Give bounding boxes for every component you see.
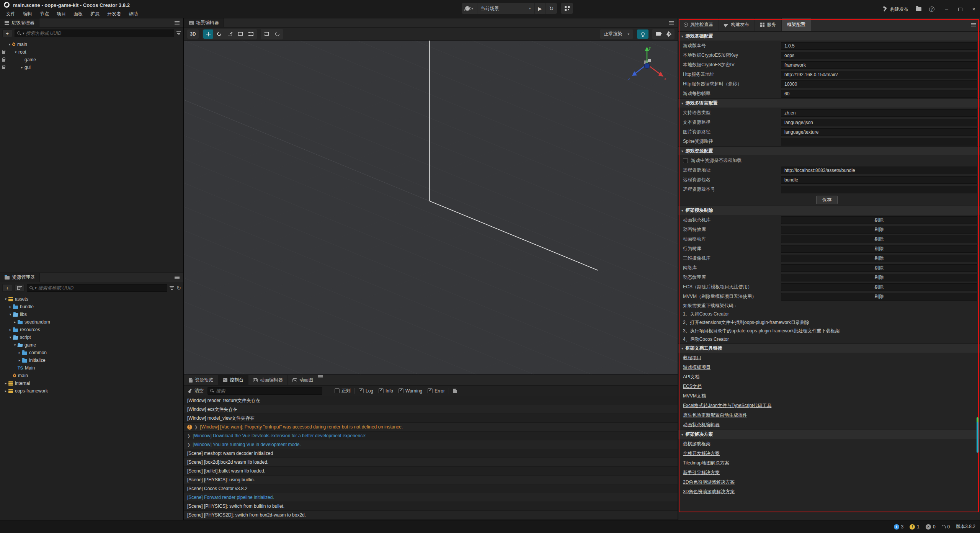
checkbox-log[interactable] [359,388,364,393]
save-button[interactable]: 保存 [816,196,838,204]
asset-node-script[interactable]: ▾script [0,334,183,341]
doc-link[interactable]: 新手引导解决方案 [683,469,720,476]
error-counter[interactable]: × 0 [926,524,936,530]
doc-link[interactable]: API文档 [683,374,699,380]
log-row[interactable]: [Scene] [PHYSICS]: using builtin. [184,476,678,484]
panel-menu-icon[interactable] [971,23,976,26]
render-mode-dropdown[interactable]: 正常渲染 ▾ [600,29,633,39]
hierarchy-node-main[interactable]: ▾main [0,41,183,48]
inspector-tab-属性检查器[interactable]: 属性检查器 [678,18,719,31]
remove-module-button[interactable]: 剔除 [781,226,977,234]
field-input[interactable]: 1.0.5 [781,42,977,50]
section-header-框架文档工具链接[interactable]: ▾框架文档工具链接 [678,343,980,353]
notification-counter[interactable]: 0 [942,524,950,530]
log-row[interactable]: ❯[Window] You are running Vue in develop… [184,440,678,449]
assets-search[interactable]: ▾ [27,284,167,292]
field-input[interactable]: http://192.168.0.150/main/ [781,71,977,78]
tree-arrow-icon[interactable]: ▸ [17,351,22,355]
field-input[interactable]: 60 [781,90,977,98]
menu-开发者[interactable]: 开发者 [103,10,125,18]
doc-link[interactable]: 2D角色扮演游戏解决方案 [683,479,735,486]
scene-viewport[interactable]: x z y [184,41,678,374]
tree-arrow-icon[interactable]: ▾ [12,343,18,347]
log-row[interactable]: [Scene] [bullet]:bullet wasm lib loaded. [184,467,678,476]
section-header-游戏资源配置[interactable]: ▾游戏资源配置 [678,146,980,156]
open-project-folder-icon[interactable] [916,7,921,11]
doc-link[interactable]: 教程项目 [683,355,701,361]
field-input[interactable]: 10000 [781,80,977,88]
coordinate-toggle-button[interactable] [272,29,282,39]
asset-node-seedrandom[interactable]: ▸seedrandom [0,318,183,326]
console-tab-资源预览[interactable]: 资源预览 [184,375,218,385]
doc-link[interactable]: 战棋游戏框架 [683,441,710,447]
toggle-3d-button[interactable]: 3D [187,29,199,39]
hierarchy-node-root[interactable]: ▾root [0,48,183,56]
sort-assets-button[interactable] [15,284,24,292]
log-row[interactable]: [Scene] [PHYSICS]: switch from builtin t… [184,502,678,511]
collapse-caret-icon[interactable]: ▾ [681,347,683,350]
inspector-tab-构建发布[interactable]: 构建发布 [719,18,755,31]
doc-link[interactable]: ECS文档 [683,383,702,390]
remove-module-button[interactable]: 剔除 [781,255,977,262]
remove-module-button[interactable]: 剔除 [781,274,977,281]
view-gizmo[interactable]: x z y [624,44,670,86]
help-icon[interactable]: ? [929,7,934,12]
remove-module-button[interactable]: 剔除 [781,245,977,253]
asset-node-libs[interactable]: ▾libs [0,311,183,318]
field-input[interactable]: framework [781,61,977,69]
log-row[interactable]: [Scene] [PHYSICS2D]: switch from box2d-w… [184,511,678,520]
preview-target-button[interactable]: ▾ [462,3,477,14]
asset-node-bundle[interactable]: ▸bundle [0,303,183,311]
scene-select-dropdown[interactable]: 当前场景 ▾ [477,3,535,14]
pivot-toggle-button[interactable] [261,29,271,39]
scrollbar-thumb[interactable] [977,417,978,453]
info-counter[interactable]: i 3 [894,524,904,530]
log-row[interactable]: [Window] render_texture文件夹存在 [184,396,678,405]
move-tool-button[interactable] [203,29,213,39]
asset-node-Main[interactable]: TSMain [0,364,183,372]
scale-tool-button[interactable] [225,29,235,39]
collapse-caret-icon[interactable]: ▾ [681,34,683,38]
doc-link[interactable]: 游戏模板项目 [683,364,710,371]
log-row[interactable]: [Scene] meshopt wasm decoder initialized [184,449,678,458]
menu-项目[interactable]: 项目 [53,10,70,18]
panel-menu-icon[interactable] [175,276,180,279]
log-row[interactable]: [Window] ecs文件夹存在 [184,405,678,414]
field-input[interactable] [781,138,977,146]
inspector-tab-框架配置[interactable]: 框架配置 [782,18,811,31]
maximize-button[interactable] [958,8,962,11]
console-tab-控制台[interactable]: 控制台 [218,375,248,385]
clear-console-icon[interactable] [188,389,193,393]
doc-link[interactable]: MVVM文档 [683,393,706,399]
menu-节点[interactable]: 节点 [36,10,53,18]
tree-arrow-icon[interactable]: ▾ [13,50,18,54]
rect-tool-button[interactable] [235,29,245,39]
tree-arrow-icon[interactable]: ▸ [19,65,24,69]
panel-menu-icon[interactable] [318,375,323,378]
collapse-caret-icon[interactable]: ▾ [681,149,683,153]
field-input[interactable]: bundle [781,176,977,184]
remove-module-button[interactable]: 剔除 [781,235,977,243]
inspector-tab-服务[interactable]: 服务 [755,18,782,31]
field-input[interactable]: zh,en [781,109,977,117]
doc-link[interactable]: Excel格式转Json文件与TypeScript代码工具 [683,402,771,409]
menu-文件[interactable]: 文件 [2,10,19,18]
log-row[interactable]: [Scene] [box2d]:box2d wasm lib loaded. [184,458,678,467]
close-button[interactable]: × [972,6,975,12]
create-node-button[interactable]: + [2,29,12,37]
hierarchy-search-input[interactable] [26,31,172,36]
log-row[interactable]: [Scene] Cocos Creator v3.8.2 [184,484,678,493]
hierarchy-search[interactable]: ▾ [15,29,174,37]
asset-node-common[interactable]: ▸common [0,349,183,356]
checkbox-warning[interactable] [399,388,403,393]
minimize-button[interactable]: – [945,6,948,12]
remove-module-button[interactable]: 剔除 [781,264,977,272]
tree-arrow-icon[interactable]: ▸ [12,320,18,324]
asset-node-internal[interactable]: ▸internal [0,379,183,387]
collapse-caret-icon[interactable]: ▾ [681,433,683,437]
doc-link[interactable]: 动画状态机编辑器 [683,422,720,428]
console-tab-动画图[interactable]: 动画图 [288,375,318,385]
tab-hierarchy[interactable]: 层级管理器 [0,18,39,27]
menu-扩展[interactable]: 扩展 [87,10,103,18]
tree-arrow-icon[interactable]: ▾ [3,297,8,301]
